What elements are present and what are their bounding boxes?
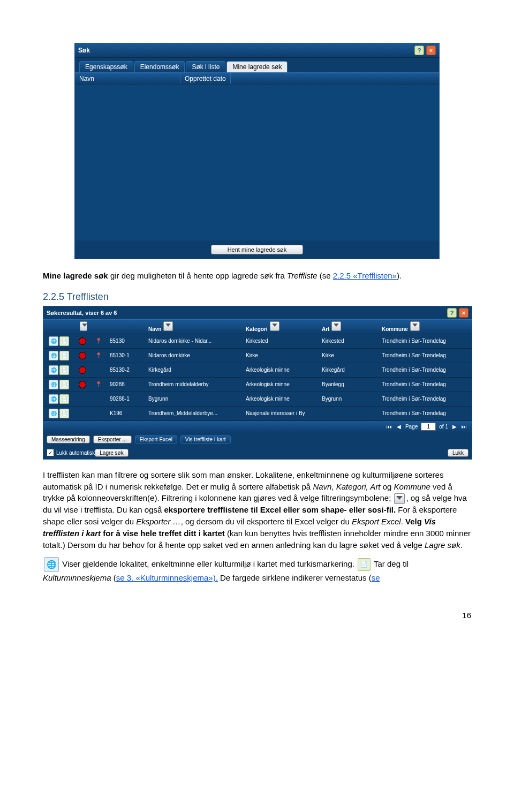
col-navn[interactable]: Navn [75, 73, 180, 84]
filter-icon[interactable] [331, 321, 341, 331]
map-globe-icon[interactable]: 🌐 [49, 409, 58, 418]
cell-art: Bygrunn [319, 395, 379, 403]
map-globe-icon[interactable]: 🌐 [49, 380, 58, 389]
cell-kategori: Arkeologisk minne [243, 380, 319, 388]
form-icon[interactable]: 📄 [59, 351, 69, 360]
map-globe-icon[interactable]: 🌐 [49, 336, 58, 346]
table-row[interactable]: 🌐📄📍85130Nidaros domkirke - Nidar...Kirke… [43, 334, 472, 349]
cell-kommune: Trondheim i Sør-Trøndelag [379, 409, 472, 417]
status-dot [79, 352, 86, 359]
tab-mine-lagrede-sok[interactable]: Mine lagrede søk [226, 61, 288, 72]
form-icon[interactable]: 📄 [59, 394, 69, 404]
cell-kommune: Trondheim i Sør-Trøndelag [379, 380, 472, 388]
help-button[interactable]: ? [414, 46, 424, 55]
link-trefflisten[interactable]: 2.2.5 «Trefflisten» [333, 271, 397, 280]
lukk-automatisk-checkbox[interactable]: ✓ Lukk automatisk [47, 449, 95, 456]
cell-name: Trondheim_Middelalderbye... [145, 409, 243, 417]
col-navn[interactable]: Navn [148, 326, 161, 332]
cell-kategori: Nasjonale interesser i By [243, 409, 319, 417]
cell-name: Bygrunn [145, 395, 243, 403]
filter-icon [394, 493, 405, 504]
cell-kategori: Arkeologisk minne [243, 366, 319, 374]
cell-name: Trondheim middelalderby [145, 380, 243, 388]
cell-kategori: Arkeologisk minne [243, 395, 319, 403]
col-kategori[interactable]: Kategori [246, 326, 268, 332]
filter-icon[interactable] [80, 321, 87, 331]
status-dot [79, 366, 86, 374]
status-dot [79, 381, 86, 388]
cell-id: K196 [107, 409, 145, 417]
table-row[interactable]: 🌐📄90288-1BygrunnArkeologisk minneBygrunn… [43, 392, 472, 407]
result-close-button[interactable]: × [459, 308, 468, 318]
cell-name: Kirkegård [145, 366, 243, 374]
vis-i-kart-button[interactable]: Vis treffliste i kart [180, 435, 231, 443]
filter-icon[interactable] [410, 321, 420, 331]
filter-icon[interactable] [163, 321, 173, 331]
tab-egenskapssok[interactable]: Egenskapssøk [79, 61, 133, 72]
masseendring-button[interactable]: Masseendring [47, 435, 90, 443]
pager-prev[interactable]: ◀ [396, 424, 402, 430]
cell-id: 85130 [107, 337, 145, 345]
section-heading: 2.2.5 Trefflisten [43, 291, 471, 303]
cell-kategori: Kirke [243, 351, 319, 359]
cell-kommune: Trondheim i Sør-Trøndelag [379, 395, 472, 403]
form-icon[interactable]: 📄 [59, 409, 69, 418]
map-globe-icon[interactable]: 🌐 [49, 394, 58, 404]
pager: ⏮ ◀ Page of 1 ▶ ⏭ [43, 421, 472, 432]
cell-art [319, 412, 379, 415]
table-row[interactable]: 🌐📄📍90288Trondheim middelalderbyArkeologi… [43, 378, 472, 392]
col-opprettet-dato[interactable]: Opprettet dato [180, 73, 231, 84]
status-dot [79, 410, 86, 417]
pager-next[interactable]: ▶ [451, 424, 458, 430]
link-vernestatus[interactable]: se [372, 573, 380, 582]
fetch-saved-searches-button[interactable]: Hent mine lagrede søk [211, 245, 304, 254]
pager-page-input[interactable] [421, 423, 436, 431]
pager-first[interactable]: ⏮ [386, 424, 392, 430]
result-panel: Søkeresultat, viser 6 av 6 ? × Navn Kate… [43, 306, 472, 460]
eksport-excel-button[interactable]: Eksport Excel [135, 435, 177, 443]
pager-last[interactable]: ⏭ [461, 424, 467, 430]
result-help-button[interactable]: ? [447, 308, 457, 318]
table-row[interactable]: 🌐📄K196Trondheim_Middelalderbye...Nasjona… [43, 407, 472, 421]
cell-art: Kirkegård [319, 366, 379, 374]
col-kommune[interactable]: Kommune [382, 326, 408, 332]
cell-art: Kirke [319, 351, 379, 359]
cell-id: 85130-2 [107, 366, 145, 374]
cell-id: 85130-1 [107, 351, 145, 359]
table-row[interactable]: 🌐📄85130-2KirkegårdArkeologisk minneKirke… [43, 363, 472, 378]
result-columns: Navn Kategori Art Kommune [43, 319, 472, 334]
tab-bar: Egenskapssøk Eiendomssøk Søk i liste Min… [75, 58, 439, 72]
search-dialog: Søk ? × Egenskapssøk Eiendomssøk Søk i l… [74, 43, 440, 259]
pin-icon: 📍 [95, 338, 102, 344]
tab-sok-i-liste[interactable]: Søk i liste [186, 61, 225, 72]
saved-search-grid-empty [75, 85, 439, 240]
tab-eiendomssok[interactable]: Eiendomssøk [134, 61, 185, 72]
cell-art: Kirkested [319, 337, 379, 345]
treffliste-paragraph: I trefflisten kan man filtrere og sorter… [43, 469, 471, 551]
cell-kommune: Trondheim i Sør-Trøndelag [379, 366, 472, 374]
col-art[interactable]: Art [322, 326, 329, 332]
saved-search-columns: Navn Opprettet dato [75, 73, 439, 85]
filter-icon[interactable] [270, 321, 279, 331]
pin-icon: 📍 [95, 381, 102, 387]
lagre-sok-button[interactable]: Lagre søk [95, 449, 128, 457]
pin-icon: 📍 [95, 352, 102, 358]
dialog-titlebar: Søk ? × [75, 43, 439, 58]
cell-kommune: Trondheim i Sør-Trøndelag [379, 337, 472, 345]
form-icon[interactable]: 📄 [59, 336, 69, 346]
form-icon[interactable]: 📄 [59, 380, 69, 389]
link-kulturminneskjema[interactable]: se 3. «Kulturminneskjema»). [116, 573, 218, 582]
icon-legend-paragraph: 🌐 Viser gjeldende lokalitet, enkeltminne… [43, 557, 471, 584]
form-icon[interactable]: 📄 [59, 365, 69, 375]
eksporter-button[interactable]: Eksporter ... [93, 435, 132, 443]
cell-kategori: Kirkested [243, 337, 319, 345]
map-globe-icon[interactable]: 🌐 [49, 351, 58, 360]
intro-paragraph: Mine lagrede søk gir deg muligheten til … [43, 270, 471, 282]
cell-art: Byanlegg [319, 380, 379, 388]
lukk-button[interactable]: Lukk [448, 449, 468, 457]
page-number: 16 [43, 611, 471, 620]
cell-id: 90288 [107, 380, 145, 388]
map-globe-icon[interactable]: 🌐 [49, 365, 58, 375]
table-row[interactable]: 🌐📄📍85130-1Nidaros domkirkeKirkeKirkeTron… [43, 349, 472, 363]
close-button[interactable]: × [426, 46, 436, 55]
